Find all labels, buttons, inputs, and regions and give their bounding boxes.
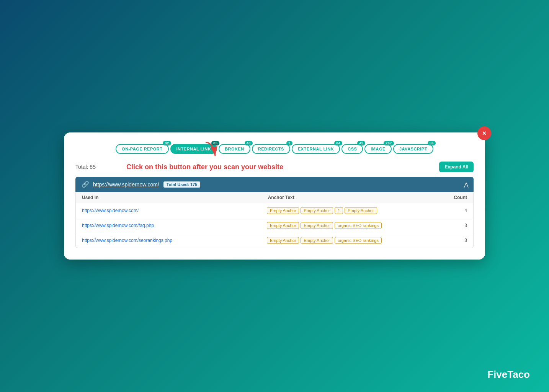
anchor-tags-1: Empty AnchorEmpty Anchororganic SEO rank… — [267, 222, 452, 229]
main-modal: × 82ON-PAGE REPORT85INTERNAL LINK40BROKE… — [64, 132, 485, 260]
tab-label-broken: BROKEN — [225, 147, 244, 151]
anchor-tag-0-1[interactable]: Empty Anchor — [301, 207, 333, 214]
tab-label-redirects: REDIRECTS — [258, 147, 284, 151]
arrow-annotation — [183, 139, 221, 165]
chevron-up-icon[interactable]: ⋀ — [464, 181, 468, 188]
anchor-tags-2: Empty AnchorEmpty Anchororganic SEO rank… — [267, 237, 452, 244]
anchor-tag-1-1[interactable]: Empty Anchor — [301, 222, 333, 229]
row-count-2: 3 — [452, 238, 467, 243]
row-url-2[interactable]: https://www.spidernow.com/seorankings.ph… — [82, 238, 267, 243]
brand-five: Five — [487, 369, 507, 380]
brand-taco: Taco — [507, 369, 530, 380]
total-label: Total: 85 — [75, 164, 96, 170]
instruction-text: Click on this button after you scan your… — [126, 163, 439, 171]
tab-css[interactable]: 42CSS — [341, 144, 363, 154]
row-url-0[interactable]: https://www.spidernow.com/ — [82, 208, 267, 213]
tab-badge-css: 42 — [357, 141, 365, 145]
anchor-tag-2-1[interactable]: Empty Anchor — [301, 237, 333, 244]
tab-external-link[interactable]: 84EXTERNAL LINK — [292, 144, 340, 154]
col-count: Count — [454, 195, 467, 200]
anchor-tag-0-2[interactable]: 1 — [335, 207, 343, 214]
tab-label-external-link: EXTERNAL LINK — [298, 147, 334, 151]
section-header: 🔗 https://www.spidernow.com/ Total Used:… — [75, 177, 474, 192]
tab-label-image: IMAGE — [371, 147, 386, 151]
tab-label-javascript: JAVASCRIPT — [399, 147, 427, 151]
row-count-0: 4 — [452, 208, 467, 213]
annotation-row: Total: 85 Click on this button after you… — [75, 162, 474, 172]
close-button[interactable]: × — [477, 126, 491, 140]
table-header: Used in Anchor Text Count — [75, 192, 474, 203]
anchor-tag-1-0[interactable]: Empty Anchor — [267, 222, 299, 229]
col-anchor-text: Anchor Text — [268, 195, 454, 200]
anchor-tag-2-2[interactable]: organic SEO rankings — [335, 237, 382, 244]
table-row: https://www.spidernow.com/Empty AnchorEm… — [75, 203, 474, 218]
row-count-1: 3 — [452, 223, 467, 228]
link-icon: 🔗 — [82, 181, 89, 188]
tab-badge-image: 207 — [384, 141, 394, 145]
tab-image[interactable]: 207IMAGE — [364, 144, 392, 154]
tab-broken[interactable]: 40BROKEN — [219, 144, 250, 154]
tab-label-on-page-report: ON-PAGE REPORT — [122, 147, 162, 151]
tab-on-page-report[interactable]: 82ON-PAGE REPORT — [116, 144, 168, 154]
expand-all-button[interactable]: Expand All — [439, 162, 474, 172]
tab-badge-on-page-report: 82 — [163, 141, 171, 145]
col-used-in: Used in — [82, 195, 268, 200]
table-body: https://www.spidernow.com/Empty AnchorEm… — [75, 203, 474, 248]
table-row: https://www.spidernow.com/seorankings.ph… — [75, 233, 474, 248]
anchor-tag-0-3[interactable]: Empty Anchor — [345, 207, 377, 214]
tabs-row: 82ON-PAGE REPORT85INTERNAL LINK40BROKEN2… — [75, 144, 474, 154]
total-used-badge: Total Used: 175 — [163, 181, 201, 188]
tab-badge-external-link: 84 — [334, 141, 342, 145]
anchor-tags-0: Empty AnchorEmpty Anchor1Empty Anchor — [267, 207, 452, 214]
fivetaco-branding: FiveTaco — [487, 369, 530, 381]
table-row: https://www.spidernow.com/faq.phpEmpty A… — [75, 218, 474, 233]
tab-label-css: CSS — [348, 147, 357, 151]
tab-redirects[interactable]: 2REDIRECTS — [252, 144, 290, 154]
anchor-tag-1-2[interactable]: organic SEO rankings — [335, 222, 382, 229]
tab-badge-redirects: 2 — [286, 141, 292, 145]
anchor-tag-2-0[interactable]: Empty Anchor — [267, 237, 299, 244]
tab-javascript[interactable]: 36JAVASCRIPT — [393, 144, 433, 154]
section-url[interactable]: https://www.spidernow.com/ — [93, 181, 159, 188]
anchor-tag-0-0[interactable]: Empty Anchor — [267, 207, 299, 214]
tab-badge-javascript: 36 — [428, 141, 436, 145]
row-url-1[interactable]: https://www.spidernow.com/faq.php — [82, 223, 267, 228]
tab-badge-broken: 40 — [245, 141, 253, 145]
